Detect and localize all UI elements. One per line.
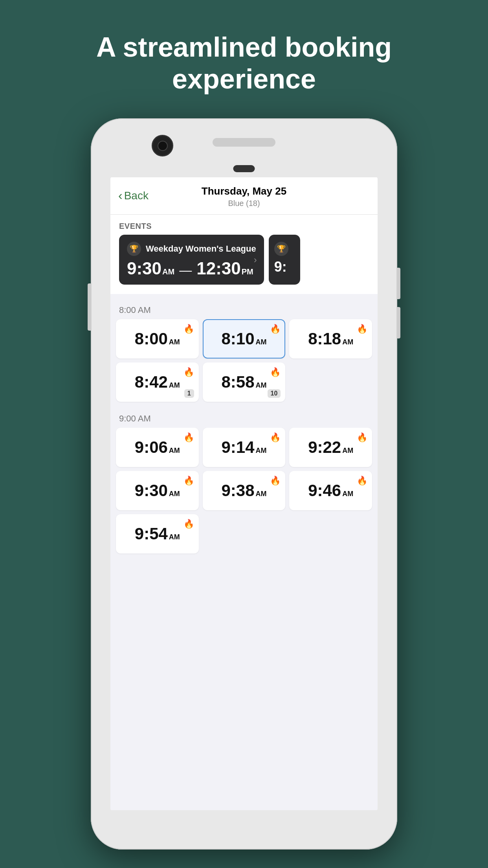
time-slot-800[interactable]: 🔥 8:00AM [116,319,199,359]
time-800-display: 8:00AM [135,331,180,347]
phone-mockup: ‹ Back Thursday, May 25 Blue (18) EVENTS… [91,118,397,850]
time-slot-938[interactable]: 🔥 9:38AM [203,471,286,510]
time-slot-858[interactable]: 🔥 8:58AM 10 [203,362,286,402]
time-slot-954[interactable]: 🔥 9:54AM [116,514,199,554]
header-date: Thursday, May 25 [120,185,368,197]
event-end-time: 12:30 [196,260,241,277]
time-946-display: 9:46AM [308,482,353,499]
event-start-ampm: AM [162,267,174,276]
power-button [88,283,91,331]
time-930-display: 9:30AM [135,482,180,499]
time-842-display: 8:42AM [135,374,180,390]
time-slot-842[interactable]: 🔥 8:42AM 1 [116,362,199,402]
flame-icon-914: 🔥 [270,432,281,443]
back-label: Back [124,189,149,202]
time-938-display: 9:38AM [221,482,266,499]
time-slots-section: 8:00 AM 🔥 8:00AM 🔥 8:10AM [110,297,378,557]
badge-858: 10 [268,389,281,398]
flame-icon-938: 🔥 [270,476,281,486]
time-930-ampm: AM [169,490,180,497]
flame-icon-946: 🔥 [357,476,367,486]
time-922-value: 9:22 [308,439,341,456]
time-810-ampm: AM [256,338,267,346]
time-938-value: 9:38 [221,482,254,499]
time-906-value: 9:06 [135,439,168,456]
time-946-ampm: AM [342,490,353,497]
flame-icon-930: 🔥 [183,476,194,486]
event-card-1[interactable]: 🏆 Weekday Women's League 9:30 AM — 12:30 [119,235,264,285]
flame-icon-842: 🔥 [183,367,194,377]
flame-icon-906: 🔥 [183,432,194,443]
time-914-ampm: AM [256,447,267,454]
time-914-display: 9:14AM [221,439,266,456]
phone-screen: ‹ Back Thursday, May 25 Blue (18) EVENTS… [110,177,378,810]
event-partial-time: 9: [274,260,295,274]
event-card-2-partial[interactable]: 🏆 9: [269,235,300,285]
time-810-display: 8:10AM [221,331,266,347]
time-858-value: 8:58 [221,374,254,390]
home-indicator [233,165,255,172]
time-922-ampm: AM [342,447,353,454]
event-chevron-icon: › [254,254,257,265]
flame-icon-858: 🔥 [270,367,281,377]
time-slot-810[interactable]: 🔥 8:10AM [203,319,286,359]
events-scroll[interactable]: 🏆 Weekday Women's League 9:30 AM — 12:30 [110,235,378,291]
time-858-display: 8:58AM [221,374,266,390]
flame-icon-810: 🔥 [270,324,281,334]
trophy-icon: 🏆 [127,242,141,256]
time-group-label-8am: 8:00 AM [110,297,378,319]
title-line2: experience [172,64,316,94]
time-800-value: 8:00 [135,331,168,347]
time-818-display: 8:18AM [308,331,353,347]
event-dash: — [179,263,192,278]
flame-icon-818: 🔥 [357,324,367,334]
time-842-ampm: AM [169,382,180,389]
time-818-ampm: AM [342,338,353,346]
phone-body: ‹ Back Thursday, May 25 Blue (18) EVENTS… [91,118,397,850]
time-group-label-9am: 9:00 AM [110,406,378,428]
time-slot-914[interactable]: 🔥 9:14AM [203,428,286,467]
event-start-time: 9:30 [127,260,161,277]
event-end-ampm: PM [242,267,253,276]
volume-down-button [397,307,400,338]
speaker-grille [213,138,275,147]
back-chevron-icon: ‹ [118,189,123,202]
event-time-1: 9:30 AM — 12:30 PM [127,260,256,278]
time-slot-818[interactable]: 🔥 8:18AM [289,319,372,359]
time-842-value: 8:42 [135,374,168,390]
time-grid-8am: 🔥 8:00AM 🔥 8:10AM 🔥 [110,319,378,406]
header-subtitle: Blue (18) [120,199,368,208]
time-800-ampm: AM [169,338,180,346]
time-906-ampm: AM [169,447,180,454]
time-954-display: 9:54AM [135,526,180,542]
time-810-value: 8:10 [221,331,254,347]
title-line1: A streamlined booking [96,32,392,63]
trophy-icon-2: 🏆 [274,242,288,256]
volume-up-button [397,268,400,299]
time-930-value: 9:30 [135,482,168,499]
event-name-1: Weekday Women's League [146,244,256,254]
back-button[interactable]: ‹ Back [118,189,149,202]
time-grid-9am: 🔥 9:06AM 🔥 9:14AM 🔥 [110,428,378,557]
time-906-display: 9:06AM [135,439,180,456]
time-slot-930[interactable]: 🔥 9:30AM [116,471,199,510]
time-slot-906[interactable]: 🔥 9:06AM [116,428,199,467]
time-954-ampm: AM [169,533,180,541]
flame-icon-922: 🔥 [357,432,367,443]
flame-icon-954: 🔥 [183,519,194,529]
time-946-value: 9:46 [308,482,341,499]
time-858-ampm: AM [256,382,267,389]
time-slot-946[interactable]: 🔥 9:46AM [289,471,372,510]
time-938-ampm: AM [256,490,267,497]
app-header: ‹ Back Thursday, May 25 Blue (18) [110,177,378,215]
time-954-value: 9:54 [135,526,168,542]
page-title: A streamlined booking experience [67,31,421,95]
badge-842: 1 [184,389,194,398]
camera-icon [152,135,173,156]
events-label: EVENTS [110,215,378,235]
events-section: EVENTS 🏆 Weekday Women's League 9:30 AM [110,215,378,294]
time-818-value: 8:18 [308,331,341,347]
time-914-value: 9:14 [221,439,254,456]
time-slot-922[interactable]: 🔥 9:22AM [289,428,372,467]
flame-icon-800: 🔥 [183,324,194,334]
